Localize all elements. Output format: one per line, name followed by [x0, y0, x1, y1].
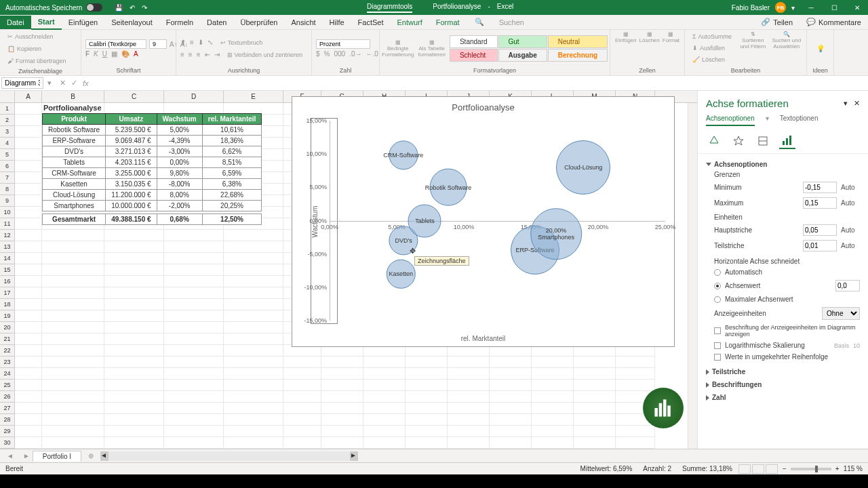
font-select[interactable]	[85, 39, 146, 49]
worksheet[interactable]: ABCDEFGHIJKLMN 1234567891011121314151617…	[0, 91, 697, 449]
wrap-text-button[interactable]: ↩ Textumbruch	[217, 37, 267, 48]
orientation-icon[interactable]: ⤡	[208, 39, 213, 46]
cross-value-input[interactable]	[835, 280, 860, 291]
row-header[interactable]: 8	[0, 184, 15, 195]
min-input[interactable]	[803, 182, 837, 193]
share-button[interactable]: 🔗 Teilen	[754, 15, 800, 29]
axis-options-icon[interactable]	[779, 133, 795, 149]
pane-tab-text-options[interactable]: Textoptionen	[780, 115, 818, 126]
zoom-slider[interactable]	[791, 468, 831, 470]
tab-start[interactable]: Start	[31, 15, 62, 30]
clear-button[interactable]: 🧹 Löschen	[689, 54, 735, 65]
inc-decimal-icon[interactable]: .0→	[349, 50, 361, 58]
underline-button[interactable]: U	[102, 50, 107, 58]
row-header[interactable]: 21	[0, 333, 15, 345]
row-header[interactable]: 20	[0, 322, 15, 333]
tab-formeln[interactable]: Formeln	[159, 16, 200, 29]
currency-icon[interactable]: $	[316, 50, 320, 58]
chart-title[interactable]: Portfolioanalyse	[292, 97, 674, 118]
view-page-layout-icon[interactable]	[752, 464, 764, 474]
pane-close-icon[interactable]: ✕	[854, 99, 860, 107]
bold-button[interactable]: F	[85, 50, 90, 58]
find-select-button[interactable]: 🔍Suchen und Auswählen	[770, 31, 802, 66]
minimize-button[interactable]: ─	[800, 0, 822, 15]
format-cells-button[interactable]: ▦Format	[663, 31, 679, 66]
align-top-icon[interactable]: ⬆	[180, 39, 186, 46]
row-header[interactable]: 1	[0, 103, 15, 115]
tab-hilfe[interactable]: Hilfe	[323, 16, 351, 29]
number-format-select[interactable]	[316, 39, 370, 49]
pane-tab-axis-options[interactable]: Achsenoptionen	[706, 115, 755, 126]
zoom-out-icon[interactable]: −	[778, 465, 791, 472]
display-units-select[interactable]: Ohne	[822, 307, 860, 320]
row-header[interactable]: 24	[0, 368, 15, 380]
row-header[interactable]: 25	[0, 380, 15, 391]
redo-icon[interactable]: ↷	[142, 4, 147, 12]
min-reset[interactable]: Auto	[841, 184, 860, 191]
row-header[interactable]: 19	[0, 310, 15, 322]
indent-dec-icon[interactable]: ⇤	[205, 51, 210, 58]
name-box[interactable]	[1, 77, 43, 89]
copy-button[interactable]: 📋 Kopieren	[4, 43, 77, 54]
autosave-toggle[interactable]	[86, 3, 102, 12]
dec-decimal-icon[interactable]: ←.0	[366, 50, 378, 58]
row-header[interactable]: 10	[0, 207, 15, 218]
chart-object[interactable]: Portfolioanalyse Wachstum -15,00%-10,00%…	[292, 96, 675, 347]
style-ausgabe[interactable]: Ausgabe	[498, 49, 547, 62]
row-header[interactable]: 22	[0, 345, 15, 357]
max-reset[interactable]: Auto	[841, 199, 860, 207]
comma-icon[interactable]: 000	[334, 50, 345, 58]
row-header[interactable]: 6	[0, 161, 15, 172]
save-icon[interactable]: 💾	[115, 4, 123, 12]
row-header[interactable]: 9	[0, 195, 15, 207]
row-header[interactable]: 16	[0, 276, 15, 287]
row-header[interactable]: 3	[0, 126, 15, 138]
fill-button[interactable]: ⬇ Ausfüllen	[689, 43, 735, 54]
formula-input[interactable]	[94, 77, 868, 89]
indent-inc-icon[interactable]: ⇥	[214, 51, 220, 58]
align-center-icon[interactable]: ≡	[189, 51, 193, 58]
col-header[interactable]: B	[42, 91, 104, 102]
comments-button[interactable]: 💬 Kommentare	[800, 15, 868, 29]
chart-bubble[interactable]: Cloud-Lösung	[556, 140, 610, 195]
align-bottom-icon[interactable]: ⬇	[198, 39, 203, 46]
section-labels[interactable]: Beschriftungen	[706, 381, 860, 388]
tab-daten[interactable]: Daten	[200, 16, 233, 29]
italic-button[interactable]: K	[94, 50, 98, 58]
row-header[interactable]: 23	[0, 357, 15, 368]
minor-reset[interactable]: Auto	[841, 242, 860, 249]
cut-button[interactable]: ✂ Ausschneiden	[4, 31, 77, 42]
row-header[interactable]: 2	[0, 115, 15, 126]
tab-entwurf[interactable]: Entwurf	[390, 16, 429, 29]
row-header[interactable]: 27	[0, 403, 15, 414]
section-number[interactable]: Zahl	[706, 394, 860, 401]
row-header[interactable]: 15	[0, 264, 15, 276]
chart-bubble[interactable]: Kasetten	[387, 260, 415, 288]
search-box[interactable]: Suchen	[492, 16, 531, 29]
align-left-icon[interactable]: ≡	[180, 51, 184, 58]
sheet-nav-next-icon[interactable]: ►	[20, 452, 33, 460]
close-button[interactable]: ✕	[846, 0, 868, 15]
tab-einfuegen[interactable]: Einfügen	[62, 16, 104, 29]
fill-line-icon[interactable]	[706, 133, 722, 149]
style-schlecht[interactable]: Schlecht	[450, 49, 498, 62]
row-header[interactable]: 7	[0, 172, 15, 184]
radio-value[interactable]	[714, 283, 721, 289]
row-header[interactable]: 30	[0, 437, 15, 449]
user-avatar[interactable]: FB	[775, 2, 786, 13]
chart-bubble[interactable]: CRM-Software	[389, 141, 418, 170]
percent-icon[interactable]: %	[324, 50, 330, 58]
chart-bubble[interactable]: Robotik Software	[430, 169, 467, 206]
style-gut[interactable]: Gut	[498, 35, 547, 48]
col-header[interactable]: E	[224, 91, 283, 102]
autosum-button[interactable]: Σ AutoSumme	[689, 31, 735, 42]
pane-options-icon[interactable]: ▾	[840, 99, 852, 107]
major-reset[interactable]: Auto	[841, 226, 860, 234]
row-header[interactable]: 4	[0, 138, 15, 149]
row-header[interactable]: 28	[0, 414, 15, 426]
tab-seitenlayout[interactable]: Seitenlayout	[104, 16, 159, 29]
major-input[interactable]	[803, 224, 837, 236]
style-neutral[interactable]: Neutral	[548, 35, 608, 48]
insert-cells-button[interactable]: ▦Einfügen	[615, 31, 637, 66]
max-input[interactable]	[803, 197, 837, 209]
